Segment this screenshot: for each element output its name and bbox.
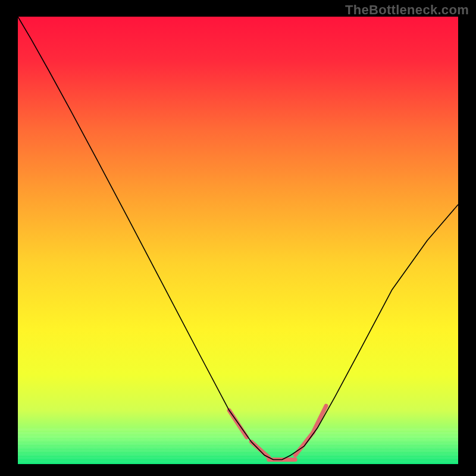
watermark-text: TheBottleneck.com [345, 2, 469, 18]
gradient-band [18, 457, 458, 459]
gradient-band [18, 461, 458, 463]
gradient-band [18, 428, 458, 431]
bottleneck-chart [0, 0, 476, 476]
chart-frame: TheBottleneck.com [0, 0, 476, 476]
gradient-band [18, 446, 458, 449]
plot-background [18, 17, 458, 464]
gradient-band [18, 436, 458, 438]
gradient-band [18, 443, 458, 445]
gradient-band [18, 439, 458, 441]
gradient-band [18, 450, 458, 452]
gradient-band [18, 453, 458, 456]
gradient-band [18, 432, 458, 434]
